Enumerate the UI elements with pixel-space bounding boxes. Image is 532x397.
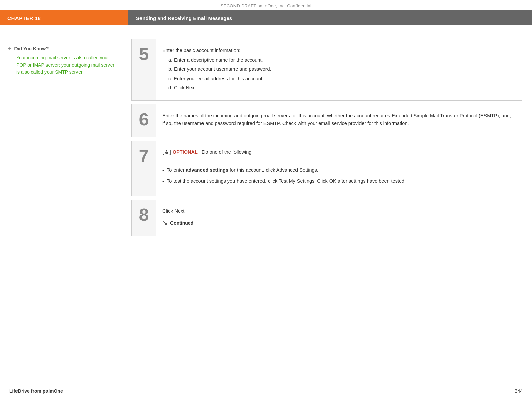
steps-area: 5 Enter the basic account information: a…	[128, 35, 532, 239]
page-wrapper: SECOND DRAFT palmOne, Inc. Confidential …	[0, 0, 532, 397]
step-7-optional-line: [ & ] OPTIONAL Do one of the following:	[162, 148, 512, 156]
step-6-box: 6 Enter the names of the incoming and ou…	[131, 104, 522, 137]
chapter-label-text: CHAPTER 18	[7, 15, 41, 21]
step-6-text: Enter the names of the incoming and outg…	[162, 112, 512, 127]
bullet-dot-1: •	[162, 167, 164, 175]
plus-icon: +	[8, 45, 12, 52]
footer-page: 344	[515, 388, 523, 394]
step-6-content: Enter the names of the incoming and outg…	[156, 104, 522, 137]
did-you-know-header: + Did You Know?	[8, 45, 117, 52]
did-you-know-text: Your incoming mail server is also called…	[8, 54, 117, 76]
step-7-box: 7 [ & ] OPTIONAL Do one of the following…	[131, 141, 522, 196]
advanced-settings-link: advanced settings	[186, 167, 229, 173]
step-5-d: d. Click Next.	[168, 84, 512, 92]
step-6-number-col: 6	[132, 104, 156, 137]
step-8-number-col: 8	[132, 200, 156, 236]
step-7-bullet-2-text: To test the account settings you have en…	[167, 177, 406, 185]
step-5-box: 5 Enter the basic account information: a…	[131, 39, 522, 101]
watermark-text: SECOND DRAFT palmOne, Inc. Confidential	[221, 3, 311, 8]
step-7-bullet-1-text: To enter advanced settings for this acco…	[167, 166, 318, 174]
chapter-title: Sending and Receiving Email Messages	[128, 10, 532, 25]
step-5-number-col: 5	[132, 39, 156, 100]
step-8-text: Click Next.	[162, 207, 512, 215]
chapter-title-text: Sending and Receiving Email Messages	[136, 15, 232, 21]
continued-arrow-icon: ↘	[162, 218, 167, 228]
chapter-header: CHAPTER 18 Sending and Receiving Email M…	[0, 10, 532, 25]
did-you-know-title: Did You Know?	[14, 46, 49, 51]
step-8-content: Click Next. ↘ Continued	[156, 200, 522, 236]
step-7-content: [ & ] OPTIONAL Do one of the following: …	[156, 141, 522, 196]
watermark: SECOND DRAFT palmOne, Inc. Confidential	[0, 0, 532, 10]
step-7-bullet-2: • To test the account settings you have …	[162, 177, 512, 186]
step-7-optional-suffix: Do one of the following:	[199, 149, 253, 155]
step-5-b: b. Enter your account username and passw…	[168, 65, 512, 73]
footer-brand: LifeDrive from palmOne	[9, 388, 63, 394]
main-content: + Did You Know? Your incoming mail serve…	[0, 25, 532, 249]
continued-row: ↘ Continued	[162, 218, 512, 228]
step-7-optional-label: OPTIONAL	[173, 149, 198, 155]
step-5-number: 5	[139, 45, 149, 63]
did-you-know-box: + Did You Know? Your incoming mail serve…	[8, 45, 120, 76]
step-7-number: 7	[139, 147, 149, 164]
continued-label: Continued	[170, 219, 193, 227]
step-5-intro: Enter the basic account information:	[162, 47, 512, 54]
step-8-number: 8	[139, 206, 149, 223]
footer: LifeDrive from palmOne 344	[0, 385, 532, 397]
sidebar: + Did You Know? Your incoming mail serve…	[0, 35, 128, 239]
bullet-dot-2: •	[162, 178, 164, 186]
step-7-bullet-1: • To enter advanced settings for this ac…	[162, 166, 512, 175]
step-8-box: 8 Click Next. ↘ Continued	[131, 200, 522, 236]
step-5-c: c. Enter your email address for this acc…	[168, 75, 512, 83]
chapter-label: CHAPTER 18	[0, 10, 128, 25]
step-6-number: 6	[139, 111, 149, 128]
step-7-bracket: [ & ]	[162, 149, 173, 155]
step-7-number-col: 7	[132, 141, 156, 196]
step-5-content: Enter the basic account information: a. …	[156, 39, 522, 100]
step-5-a: a. Enter a descriptive name for the acco…	[168, 56, 512, 64]
